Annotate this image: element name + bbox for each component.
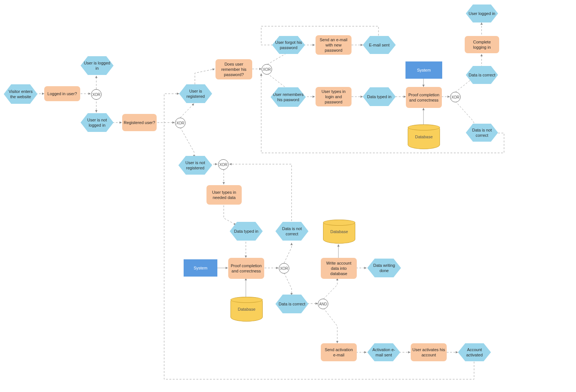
label: User types in login and password bbox=[317, 89, 350, 105]
event-account-activated: Account activated bbox=[458, 343, 491, 361]
function-write-account: Write account data into database bbox=[321, 258, 357, 279]
label: XOR bbox=[176, 121, 184, 126]
connector-xor-proof-mid: XOR bbox=[279, 263, 289, 274]
label: System bbox=[194, 265, 208, 271]
label: Registered user? bbox=[124, 120, 155, 125]
resource-database-mid: Database bbox=[230, 297, 263, 322]
label: User types in needed data bbox=[208, 190, 240, 200]
label: User activates his account bbox=[412, 347, 445, 358]
function-send-new-pw: Send an e-mail with new password bbox=[316, 35, 352, 55]
resource-system-top: System bbox=[405, 61, 442, 79]
event-user-forgot-pw: User forgot his password bbox=[272, 36, 305, 54]
event-data-correct-mid: Data is correct bbox=[275, 295, 308, 313]
label: User logged in bbox=[469, 11, 495, 16]
event-user-not-logged-in: User is not logged in bbox=[81, 113, 114, 132]
event-data-not-correct-top: Data is not correct bbox=[466, 124, 498, 142]
function-user-activates: User activates his account bbox=[411, 343, 447, 361]
label: Complete logging in bbox=[466, 39, 498, 50]
label: XOR bbox=[219, 162, 227, 167]
label: Send an e-mail with new password bbox=[317, 37, 350, 53]
event-user-logged-in: User is logged in bbox=[81, 56, 114, 75]
function-send-activation: Send activation e-mail bbox=[321, 343, 357, 361]
function-complete-login: Complete logging in bbox=[465, 36, 499, 53]
event-data-typed-in-top: Data typed in bbox=[363, 87, 396, 106]
label: Send activation e-mail bbox=[322, 347, 355, 358]
connector-xor-3: XOR bbox=[262, 64, 272, 75]
label: User is not registered bbox=[180, 160, 211, 171]
event-data-typed-in-mid: Data typed in bbox=[230, 222, 263, 241]
event-visitor-enters: Visitor enters the website bbox=[4, 84, 37, 104]
label: Account activated bbox=[459, 347, 489, 358]
label: Data is not correct bbox=[277, 226, 307, 237]
label: Data is correct bbox=[469, 72, 495, 78]
label: Visitor enters the website bbox=[5, 89, 36, 100]
label: Proof completion and correctness bbox=[230, 263, 263, 274]
function-proof-top: Proof completion and correctness bbox=[406, 87, 442, 108]
label: XOR bbox=[451, 95, 459, 100]
label: AND bbox=[319, 302, 327, 307]
label: User is not logged in bbox=[82, 117, 112, 128]
connector-xor-not-reg: XOR bbox=[218, 159, 229, 170]
label: Logged in user? bbox=[48, 91, 77, 96]
label: User remembers his pasword bbox=[272, 92, 304, 103]
event-data-not-correct-mid: Data is not correct bbox=[275, 222, 308, 241]
label: XOR bbox=[92, 92, 100, 97]
event-user-not-registered: User is not registered bbox=[178, 156, 212, 175]
label: XOR bbox=[280, 266, 288, 271]
function-remember-pw-q: Does user remember his password? bbox=[215, 59, 252, 79]
label: User is logged in bbox=[82, 60, 112, 71]
label: Does user remember his password? bbox=[217, 61, 251, 78]
resource-database-write: Database bbox=[323, 220, 355, 244]
label: Proof completion and correctness bbox=[407, 92, 440, 103]
event-data-correct-top: Data is correct bbox=[466, 66, 498, 84]
label: Database bbox=[330, 229, 348, 234]
function-proof-mid: Proof completion and correctness bbox=[228, 258, 264, 279]
connector-xor-proof-top: XOR bbox=[450, 92, 461, 102]
label: Write account data into database bbox=[322, 260, 355, 277]
connector-and-1: AND bbox=[318, 299, 328, 309]
event-user-remembers-pw: User remembers his pasword bbox=[271, 87, 306, 107]
event-email-sent: E-mail sent bbox=[363, 36, 396, 54]
event-data-writing-done: Data writing done bbox=[367, 259, 401, 277]
label: Activation e-mail sent bbox=[369, 347, 399, 358]
function-user-types-login: User types in login and password bbox=[316, 87, 352, 106]
label: User forgot his password bbox=[274, 40, 304, 51]
label: Data typed in bbox=[234, 229, 259, 234]
connector-xor-2: XOR bbox=[175, 118, 186, 128]
label: E-mail sent bbox=[369, 42, 389, 48]
resource-database-top: Database bbox=[408, 124, 440, 149]
label: XOR bbox=[263, 67, 271, 72]
label: Data writing done bbox=[369, 263, 399, 274]
function-logged-in-q: Logged in user? bbox=[44, 86, 80, 101]
connector-xor-1: XOR bbox=[91, 89, 102, 100]
label: Data is correct bbox=[279, 301, 305, 307]
function-user-types-needed: User types in needed data bbox=[206, 185, 242, 205]
event-user-registered: User is registered bbox=[179, 84, 212, 103]
resource-system-mid: System bbox=[184, 259, 217, 277]
function-registered-q: Registered user? bbox=[122, 114, 157, 131]
label: User is registered bbox=[181, 88, 211, 99]
label: Database bbox=[415, 134, 432, 139]
event-user-logged-in-final: User logged in bbox=[466, 4, 498, 22]
label: System bbox=[417, 67, 431, 73]
event-activation-email-sent: Activation e-mail sent bbox=[367, 343, 400, 361]
label: Data is not correct bbox=[467, 127, 497, 138]
label: Data typed in bbox=[367, 94, 392, 99]
label: Database bbox=[238, 307, 255, 312]
